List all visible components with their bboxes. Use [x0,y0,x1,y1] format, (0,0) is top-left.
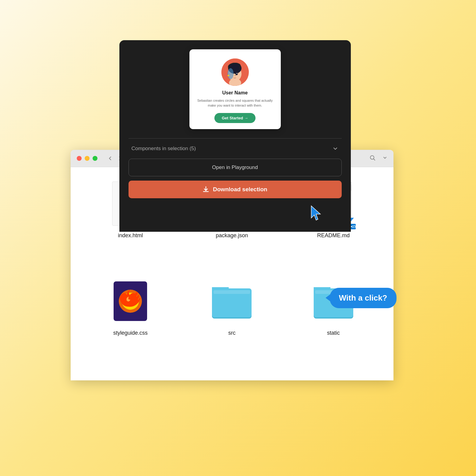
panel-buttons: Open in Playground Download selection [119,159,351,201]
maximize-button[interactable] [93,156,97,161]
file-icon-firefox [109,277,152,326]
file-name: src [228,330,235,336]
close-button[interactable] [77,156,82,161]
file-item[interactable]: src [190,277,273,362]
svg-point-4 [227,68,234,79]
svg-marker-8 [311,206,320,220]
download-selection-button[interactable]: Download selection [129,181,342,198]
file-name: static [327,330,340,336]
download-icon [203,186,209,193]
chevron-down-icon[interactable] [332,145,339,152]
components-label: Components in selection (5) [132,146,196,152]
file-name: README.md [317,232,350,239]
file-name: package.json [216,232,248,239]
minimize-button[interactable] [85,156,90,161]
folder-icon-src [210,277,253,326]
avatar [221,58,249,86]
profile-card: User Name Sebastian creates circles and … [189,49,281,129]
search-icon[interactable] [369,154,376,162]
svg-point-7 [227,75,229,76]
profile-bio: Sebastian creates circles and squares th… [196,98,275,108]
get-started-button[interactable]: Get Started → [214,113,256,123]
file-name: styleguide.css [113,330,148,336]
svg-rect-18 [213,290,250,294]
svg-point-6 [236,73,237,74]
svg-text:≺/≻: ≺/≻ [350,224,357,229]
speech-bubble: With a click? [330,288,397,308]
figma-panel: User Name Sebastian creates circles and … [119,40,351,232]
open-playground-button[interactable]: Open in Playground [129,159,342,176]
file-item[interactable]: styleguide.css [89,277,172,362]
dropdown-icon[interactable] [383,155,387,161]
profile-username: User Name [222,90,248,96]
cursor-arrow [95,204,326,223]
back-button[interactable] [105,153,115,163]
components-row[interactable]: Components in selection (5) [119,139,351,159]
file-name: index.html [118,232,143,239]
